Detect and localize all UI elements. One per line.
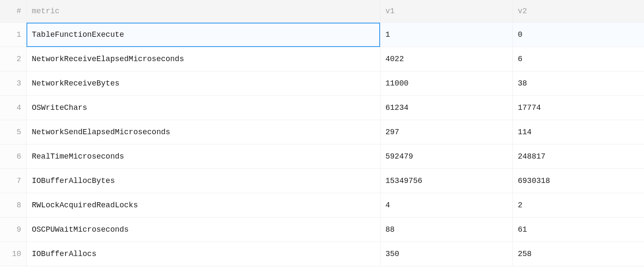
- v2-cell[interactable]: 17774: [512, 96, 644, 120]
- metric-cell[interactable]: RWLockAcquiredReadLocks: [26, 193, 380, 218]
- metric-cell[interactable]: IOBufferAllocBytes: [26, 169, 380, 193]
- v1-cell[interactable]: 88: [380, 218, 512, 242]
- row-number-cell[interactable]: 3: [0, 71, 26, 96]
- row-number-cell[interactable]: 9: [0, 218, 26, 242]
- table-row[interactable]: 5NetworkSendElapsedMicroseconds297114: [0, 120, 644, 144]
- row-number-cell[interactable]: 1: [0, 23, 26, 47]
- metric-cell[interactable]: NetworkReceiveElapsedMicroseconds: [26, 47, 380, 71]
- row-number-cell[interactable]: 2: [0, 47, 26, 71]
- v1-cell[interactable]: 4022: [380, 47, 512, 71]
- v2-cell[interactable]: 61: [512, 218, 644, 242]
- v2-cell[interactable]: 6: [512, 47, 644, 71]
- table-row[interactable]: 7IOBufferAllocBytes153497566930318: [0, 169, 644, 193]
- metric-cell[interactable]: OSCPUWaitMicroseconds: [26, 218, 380, 242]
- data-table: # metric v1 v2 1TableFunctionExecute102N…: [0, 0, 644, 266]
- column-header-v2[interactable]: v2: [512, 0, 644, 23]
- row-number-cell[interactable]: 10: [0, 242, 26, 266]
- v2-cell[interactable]: 6930318: [512, 169, 644, 193]
- table-header-row: # metric v1 v2: [0, 0, 644, 23]
- metric-cell[interactable]: NetworkSendElapsedMicroseconds: [26, 120, 380, 144]
- v1-cell[interactable]: 1: [380, 23, 512, 47]
- metric-cell[interactable]: OSWriteChars: [26, 96, 380, 120]
- column-header-rownum[interactable]: #: [0, 0, 26, 23]
- row-number-cell[interactable]: 8: [0, 193, 26, 218]
- table-body: 1TableFunctionExecute102NetworkReceiveEl…: [0, 23, 644, 266]
- v2-cell[interactable]: 38: [512, 71, 644, 96]
- metric-cell[interactable]: NetworkReceiveBytes: [26, 71, 380, 96]
- v2-cell[interactable]: 114: [512, 120, 644, 144]
- table-row[interactable]: 10IOBufferAllocs350258: [0, 242, 644, 266]
- row-number-cell[interactable]: 6: [0, 144, 26, 169]
- v1-cell[interactable]: 11000: [380, 71, 512, 96]
- v1-cell[interactable]: 61234: [380, 96, 512, 120]
- row-number-cell[interactable]: 7: [0, 169, 26, 193]
- v1-cell[interactable]: 592479: [380, 144, 512, 169]
- metric-cell[interactable]: TableFunctionExecute: [26, 23, 380, 47]
- v2-cell[interactable]: 248817: [512, 144, 644, 169]
- table-row[interactable]: 6RealTimeMicroseconds592479248817: [0, 144, 644, 169]
- metric-cell[interactable]: IOBufferAllocs: [26, 242, 380, 266]
- v1-cell[interactable]: 4: [380, 193, 512, 218]
- table-row[interactable]: 4OSWriteChars6123417774: [0, 96, 644, 120]
- column-header-v1[interactable]: v1: [380, 0, 512, 23]
- v2-cell[interactable]: 2: [512, 193, 644, 218]
- column-header-metric[interactable]: metric: [26, 0, 380, 23]
- table-row[interactable]: 9OSCPUWaitMicroseconds8861: [0, 218, 644, 242]
- metric-cell[interactable]: RealTimeMicroseconds: [26, 144, 380, 169]
- v2-cell[interactable]: 258: [512, 242, 644, 266]
- table-row[interactable]: 1TableFunctionExecute10: [0, 23, 644, 47]
- table-row[interactable]: 8RWLockAcquiredReadLocks42: [0, 193, 644, 218]
- row-number-cell[interactable]: 4: [0, 96, 26, 120]
- v1-cell[interactable]: 15349756: [380, 169, 512, 193]
- v1-cell[interactable]: 350: [380, 242, 512, 266]
- row-number-cell[interactable]: 5: [0, 120, 26, 144]
- v2-cell[interactable]: 0: [512, 23, 644, 47]
- table-row[interactable]: 3NetworkReceiveBytes1100038: [0, 71, 644, 96]
- v1-cell[interactable]: 297: [380, 120, 512, 144]
- table-row[interactable]: 2NetworkReceiveElapsedMicroseconds40226: [0, 47, 644, 71]
